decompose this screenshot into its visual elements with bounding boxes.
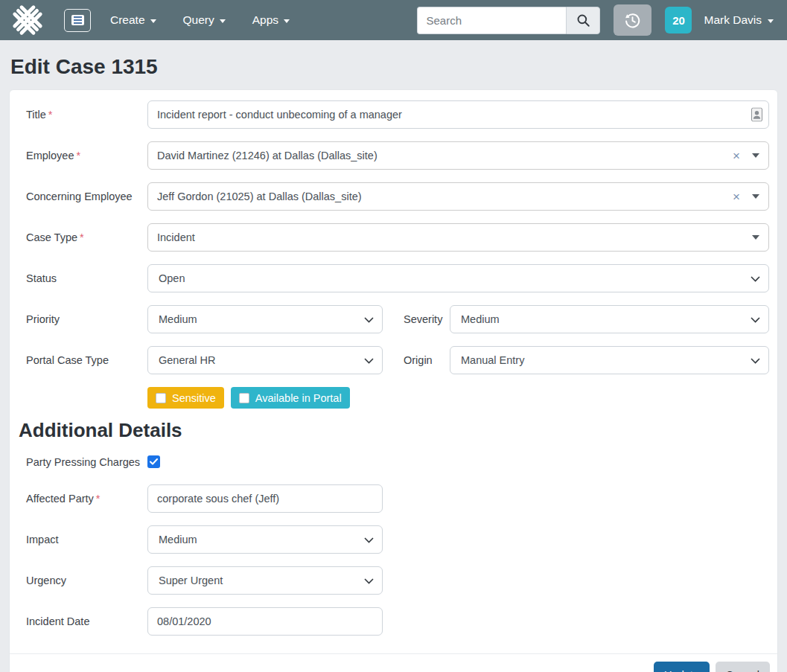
app-logo-icon[interactable] (10, 3, 45, 37)
party-pressing-charges-label: Party Pressing Charges (18, 456, 147, 468)
party-pressing-charges-row: Party Pressing Charges (18, 455, 769, 468)
title-label: Title* (18, 109, 147, 121)
priority-select[interactable]: Medium (147, 305, 383, 333)
required-asterisk: * (76, 150, 80, 161)
checkmark-icon (150, 458, 158, 465)
autofill-contact-icon[interactable] (751, 108, 762, 122)
required-asterisk: * (48, 109, 53, 121)
origin-select[interactable]: Manual Entry (450, 346, 769, 374)
additional-details-heading: Additional Details (19, 419, 769, 442)
required-asterisk: * (80, 231, 84, 243)
search-icon (576, 13, 591, 28)
incident-date-row: Incident Date (18, 607, 769, 636)
flags-row: Sensitive Available in Portal (18, 387, 769, 409)
urgency-select[interactable]: Super Urgent (147, 566, 383, 595)
dropdown-arrow-icon (752, 235, 759, 240)
required-asterisk: * (96, 493, 101, 505)
chevron-down-icon (364, 354, 374, 366)
cancel-button[interactable]: Cancel (716, 662, 770, 672)
clear-selection-icon[interactable]: × (733, 191, 740, 203)
impact-label: Impact (18, 534, 147, 545)
chevron-down-icon (751, 272, 760, 284)
urgency-label: Urgency (18, 575, 147, 586)
chevron-down-icon (150, 19, 156, 23)
origin-selected-value: Manual Entry (461, 354, 524, 366)
top-navbar: Create Query Apps 20 Mark Davis (0, 0, 787, 40)
page-title: Edit Case 1315 (10, 54, 778, 80)
impact-selected-value: Medium (159, 534, 197, 545)
search-button[interactable] (566, 7, 600, 34)
available-in-portal-toggle[interactable]: Available in Portal (231, 387, 350, 409)
nav-create-label: Create (110, 13, 145, 27)
checkbox-unchecked-icon (156, 393, 166, 403)
nav-query-label: Query (183, 13, 214, 27)
status-select[interactable]: Open (147, 264, 769, 292)
dropdown-arrow-icon (752, 153, 759, 158)
dropdown-arrow-icon (752, 194, 759, 199)
form-footer: Update Cancel (10, 653, 777, 672)
checkbox-unchecked-icon (239, 393, 249, 403)
hamburger-icon (71, 15, 84, 25)
employee-label: Employee* (18, 150, 147, 161)
status-label: Status (18, 272, 147, 284)
impact-select[interactable]: Medium (147, 525, 383, 554)
chevron-down-icon (364, 534, 374, 545)
priority-selected-value: Medium (159, 313, 197, 325)
case-type-combobox[interactable]: Incident (147, 223, 769, 252)
chevron-down-icon (364, 313, 374, 325)
priority-label: Priority (18, 313, 147, 325)
employee-selected-value: David Martinez (21246) at Dallas (Dallas… (157, 150, 733, 161)
nav-query-menu[interactable]: Query (183, 13, 226, 27)
chevron-down-icon (768, 19, 774, 23)
sensitive-label: Sensitive (172, 392, 216, 404)
party-pressing-charges-checkbox[interactable] (147, 455, 160, 468)
chevron-down-icon (751, 354, 760, 366)
concerning-employee-row: Concerning Employee Jeff Gordon (21025) … (18, 182, 769, 211)
user-name: Mark Davis (704, 13, 762, 27)
impact-row: Impact Medium (18, 525, 769, 554)
clear-selection-icon[interactable]: × (733, 150, 740, 162)
priority-severity-row: Priority Medium Severity Medium (18, 305, 769, 333)
affected-party-row: Affected Party* (18, 484, 769, 513)
case-type-selected-value: Incident (157, 231, 752, 243)
notification-count-badge[interactable]: 20 (665, 7, 692, 33)
update-button[interactable]: Update (654, 662, 710, 672)
severity-label: Severity (383, 313, 450, 325)
chevron-down-icon (284, 19, 290, 23)
chevron-down-icon (220, 19, 226, 23)
portal-case-type-label: Portal Case Type (18, 354, 147, 366)
nav-create-menu[interactable]: Create (110, 13, 156, 27)
urgency-selected-value: Super Urgent (159, 575, 223, 586)
history-clock-icon (624, 12, 641, 29)
incident-date-label: Incident Date (18, 615, 147, 627)
concerning-employee-combobox[interactable]: Jeff Gordon (21025) at Dallas (Dallas_si… (147, 182, 769, 211)
available-in-portal-label: Available in Portal (255, 392, 342, 404)
sidebar-toggle-button[interactable] (64, 9, 91, 32)
user-menu[interactable]: Mark Davis (704, 13, 774, 27)
nav-apps-menu[interactable]: Apps (252, 13, 290, 27)
case-type-row: Case Type* Incident (18, 223, 769, 252)
employee-combobox[interactable]: David Martinez (21246) at Dallas (Dallas… (147, 141, 769, 170)
main-content: Edit Case 1315 Title* Employee (0, 40, 787, 672)
portal-case-type-selected-value: General HR (159, 354, 216, 366)
title-input[interactable] (147, 100, 769, 129)
affected-party-input[interactable] (147, 484, 383, 513)
severity-selected-value: Medium (461, 313, 500, 325)
sensitive-toggle[interactable]: Sensitive (147, 387, 224, 409)
status-row: Status Open (18, 264, 769, 292)
search-group (417, 7, 600, 34)
search-input[interactable] (417, 7, 566, 34)
portal-case-type-select[interactable]: General HR (147, 346, 383, 374)
concerning-employee-label: Concerning Employee (18, 191, 147, 202)
affected-party-label: Affected Party* (18, 493, 147, 505)
urgency-row: Urgency Super Urgent (18, 566, 769, 595)
chevron-down-icon (364, 575, 374, 586)
severity-select[interactable]: Medium (450, 305, 769, 333)
edit-case-form-card: Title* Employee* David Mart (9, 89, 778, 672)
origin-label: Origin (383, 354, 450, 366)
history-button[interactable] (614, 4, 651, 36)
incident-date-input[interactable] (147, 607, 383, 636)
case-type-label: Case Type* (18, 231, 147, 243)
status-selected-value: Open (159, 272, 185, 284)
woven-knot-icon (12, 4, 43, 36)
